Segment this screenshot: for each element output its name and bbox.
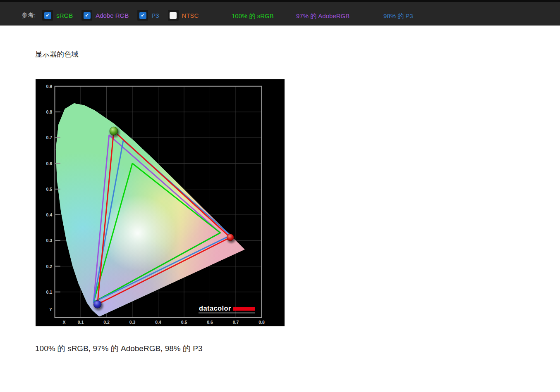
svg-text:0.3: 0.3 (46, 238, 52, 243)
svg-text:0.4: 0.4 (46, 212, 52, 217)
svg-text:Y: Y (49, 307, 52, 312)
ntsc-checkbox[interactable] (168, 10, 179, 21)
svg-text:0.9: 0.9 (46, 84, 52, 89)
svg-text:0.5: 0.5 (46, 187, 52, 192)
srgb-checkbox-label[interactable]: sRGB (56, 12, 73, 19)
datacolor-logo: datacolor (199, 304, 255, 313)
svg-text:0.7: 0.7 (46, 135, 52, 140)
p3-checkbox[interactable]: ✓ (137, 10, 148, 21)
window-top-strip (0, 0, 560, 2)
ntsc-checkbox-label[interactable]: NTSC (182, 12, 199, 19)
svg-text:X: X (62, 320, 65, 325)
srgb-checkbox[interactable]: ✓ (42, 10, 53, 21)
svg-text:datacolor: datacolor (199, 304, 231, 312)
adobergb-checkbox-label[interactable]: Adobe RGB (96, 12, 129, 19)
p3-coverage-readout: 98% 的 P3 (383, 12, 413, 20)
svg-text:0.3: 0.3 (129, 320, 136, 325)
svg-text:0.1: 0.1 (78, 320, 84, 325)
checkbox-group-srgb[interactable]: ✓ sRGB (42, 10, 73, 21)
checkbox-group-adobergb[interactable]: ✓ Adobe RGB (81, 10, 129, 21)
srgb-coverage-readout: 100% 的 sRGB (232, 12, 274, 20)
gamut-coverage-caption: 100% 的 sRGB, 97% 的 AdobeRGB, 98% 的 P3 (35, 343, 202, 354)
adobergb-coverage-readout: 97% 的 AdobeRGB (296, 12, 349, 20)
svg-text:0.1: 0.1 (46, 290, 52, 295)
chromaticity-chart: 0.10.20.30.40.50.60.70.80.90.10.20.30.40… (36, 79, 285, 326)
svg-text:0.2: 0.2 (103, 320, 110, 325)
svg-text:0.2: 0.2 (46, 264, 52, 269)
p3-checkbox-label[interactable]: P3 (151, 12, 159, 19)
svg-text:0.8: 0.8 (46, 109, 52, 114)
reference-controls: 参考: ✓ sRGB ✓ Adobe RGB ✓ P3 NTSC (22, 10, 207, 21)
reference-label: 参考: (22, 12, 36, 19)
svg-text:0.8: 0.8 (258, 320, 265, 325)
checkbox-group-p3[interactable]: ✓ P3 (137, 10, 159, 21)
svg-text:0.7: 0.7 (233, 320, 239, 325)
svg-text:0.5: 0.5 (181, 320, 187, 325)
svg-text:0.4: 0.4 (155, 320, 161, 325)
reference-toolbar: 参考: ✓ sRGB ✓ Adobe RGB ✓ P3 NTSC 100% 的 … (0, 0, 560, 26)
adobergb-checkbox[interactable]: ✓ (81, 10, 92, 21)
checkbox-group-ntsc[interactable]: NTSC (168, 10, 199, 21)
page-title: 显示器的色域 (35, 49, 79, 59)
svg-text:0.6: 0.6 (46, 161, 52, 166)
svg-text:0.6: 0.6 (207, 320, 213, 325)
